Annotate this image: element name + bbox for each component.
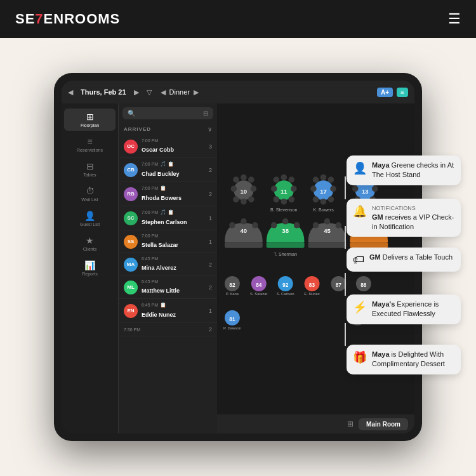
svg-point-9 (248, 196, 255, 202)
svg-text:P. Kane: P. Kane (226, 292, 239, 296)
table-84[interactable]: 84 S. Salazar (250, 276, 268, 296)
guest-item[interactable]: CB 7:00 PM 🎵 📋 Chad Buckley 2 (119, 158, 217, 182)
svg-point-16 (291, 186, 297, 192)
popup-gm-vip: 🔔 NOTIFICATIONS GM receives a VIP Check-… (347, 199, 461, 237)
arrived-chevron[interactable]: ∨ (208, 126, 212, 133)
svg-point-56 (313, 222, 319, 228)
table-92[interactable]: 92 S. Carlson (277, 276, 294, 296)
svg-point-26 (310, 186, 317, 192)
sidebar-item-guestlist[interactable]: 👤 Guest List (64, 208, 116, 230)
stack-icon[interactable]: ⊞ (347, 420, 354, 428)
popup-text-2: NOTIFICATIONS GM receives a VIP Check-in… (372, 204, 454, 232)
topbar-right: A+ ≡ (377, 88, 408, 97)
logo: SE7ENROOMS (15, 11, 120, 27)
table-45[interactable]: 45 (308, 218, 347, 248)
tables-icon: ⊟ (86, 161, 94, 171)
sidebar-item-waitlist[interactable]: ⏱ Wait List (64, 183, 116, 205)
main-content: ◀ Thurs, Feb 21 ▶ ▽ ◀ Dinner ▶ A+ ≡ (0, 38, 476, 476)
connector-4 (345, 323, 346, 346)
guest-item[interactable]: SS 7:00 PM Stella Salazar 1 (119, 230, 217, 253)
floorplan-icon: ⊞ (86, 112, 94, 122)
svg-text:38: 38 (282, 227, 289, 234)
sidebar-item-reports[interactable]: 📊 Reports (64, 257, 116, 279)
svg-rect-54 (308, 242, 347, 248)
guest-badge: 📋 (160, 185, 166, 191)
guest-item[interactable]: RB 7:00 PM 📋 Rhoda Bowers 2 (119, 182, 217, 206)
waitlist-icon: ⏱ (86, 186, 95, 196)
svg-point-4 (248, 176, 255, 183)
guest-count: 2 (209, 284, 212, 291)
guest-info: 7:00 PM Oscar Cobb (142, 138, 205, 154)
sidebar-item-tables[interactable]: ⊟ Tables (64, 158, 116, 180)
svg-text:T. Sherman: T. Sherman (274, 252, 297, 257)
sidebar-item-reservations[interactable]: ≡ Reservations (64, 133, 116, 155)
table-81[interactable]: 81 P. Dawson (223, 310, 241, 330)
prev-meal-btn[interactable]: ◀ (161, 88, 166, 96)
guest-count: 1 (209, 239, 212, 245)
svg-point-6 (251, 186, 257, 192)
table-82[interactable]: 82 P. Kane (225, 276, 240, 296)
svg-point-27 (330, 186, 336, 192)
next-date-btn[interactable]: ▶ (134, 88, 139, 96)
table-40[interactable]: 40 (225, 218, 263, 248)
svg-point-14 (288, 176, 294, 183)
guest-count: 1 (209, 308, 212, 314)
floorplan-bottombar: ⊞ Main Room (217, 414, 414, 433)
svg-rect-43 (225, 242, 263, 248)
guest-count: 2 (209, 261, 212, 268)
guest-name: Eddie Nunez (142, 312, 176, 318)
popup-executed-flawlessly: ⚡ Maya's Experience is Executed Flawless… (347, 294, 461, 324)
clients-label: Clients (83, 247, 96, 251)
svg-point-38 (372, 186, 378, 192)
filter-icon[interactable]: ▽ (147, 88, 152, 96)
table-11[interactable]: 11 B. Stevenson (270, 175, 298, 213)
prev-date-btn[interactable]: ◀ (68, 88, 73, 96)
svg-text:83: 83 (309, 282, 315, 288)
guest-item[interactable]: ML 6:45 PM Matthew Little 2 (119, 276, 217, 299)
guest-item[interactable]: OC 7:00 PM Oscar Cobb 3 (119, 135, 217, 158)
reservations-icon: ≡ (87, 136, 92, 147)
guest-info: 6:45 PM 📋 Eddie Nunez (142, 302, 205, 319)
guest-item[interactable]: EN 6:45 PM 📋 Eddie Nunez 1 (119, 299, 217, 323)
guest-name: Matthew Little (142, 288, 180, 294)
checkin-icon: 👤 (353, 161, 367, 175)
table-17[interactable]: 17 K. Bowers (310, 175, 336, 213)
svg-point-7 (233, 196, 239, 202)
svg-point-25 (328, 176, 334, 183)
filter-list-icon[interactable]: ⊟ (203, 110, 208, 117)
popup-text-5: Maya is Delighted With Complimentary Des… (372, 350, 454, 369)
table-87[interactable]: 87 (331, 276, 346, 291)
avatar: OC (124, 140, 138, 154)
svg-text:K. Bowers: K. Bowers (313, 208, 334, 213)
svg-text:S. Carlson: S. Carlson (277, 292, 294, 296)
search-bar[interactable]: 🔍 ⊟ (122, 107, 213, 119)
svg-text:E. Nunez: E. Nunez (304, 292, 320, 296)
table-10[interactable]: 10 (231, 175, 257, 205)
tablet-topbar: ◀ Thurs, Feb 21 ▶ ▽ ◀ Dinner ▶ A+ ≡ (62, 81, 414, 103)
svg-text:17: 17 (320, 188, 327, 195)
svg-point-46 (241, 218, 247, 225)
clients-icon: ★ (86, 235, 94, 246)
svg-point-18 (281, 199, 287, 205)
hamburger-menu[interactable]: ☰ (448, 11, 461, 27)
btn-b[interactable]: ≡ (397, 88, 408, 97)
guest-item[interactable]: SC 7:00 PM 🎵 📋 Stephen Carlson 1 (119, 206, 217, 230)
table-83[interactable]: 83 E. Nunez (304, 276, 320, 296)
next-meal-btn[interactable]: ▶ (194, 88, 199, 96)
guest-item[interactable]: 7:30 PM 2 (119, 323, 217, 336)
guest-count: 3 (209, 143, 212, 150)
svg-point-47 (252, 222, 258, 228)
guest-item[interactable]: MA 6:45 PM Mina Alverez 2 (119, 253, 217, 276)
table-38[interactable]: 38 T. Sherman (267, 218, 305, 257)
sidebar-item-clients[interactable]: ★ Clients (64, 232, 116, 255)
svg-point-28 (313, 196, 319, 202)
sidebar-item-floorplan[interactable]: ⊞ Floorplan (64, 109, 116, 131)
svg-text:40: 40 (241, 227, 248, 234)
svg-point-13 (281, 175, 287, 181)
avatar: ML (124, 281, 138, 294)
table-88[interactable]: 88 (356, 276, 371, 291)
main-room-btn[interactable]: Main Room (359, 418, 408, 430)
guest-count: 2 (209, 167, 212, 173)
btn-a[interactable]: A+ (377, 88, 393, 97)
guestlist-icon: 👤 (84, 211, 95, 221)
